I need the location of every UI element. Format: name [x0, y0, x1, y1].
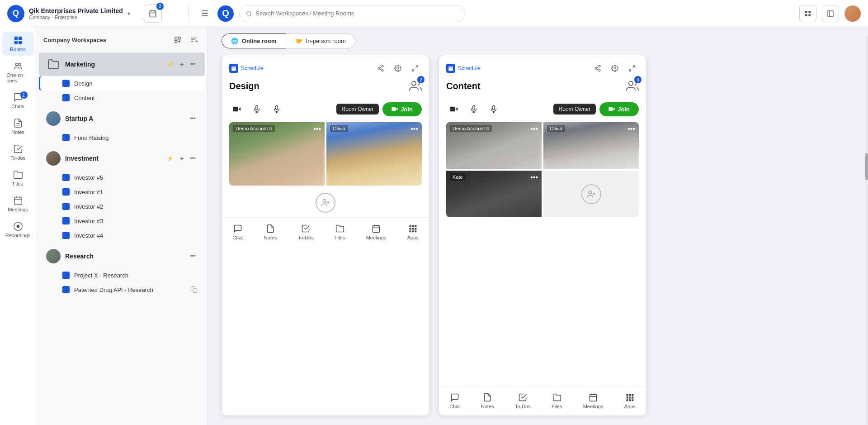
channel-investor5[interactable]: Investor #5: [39, 170, 205, 185]
mic-icon: [253, 105, 261, 113]
design-toolbar-files[interactable]: Files: [329, 222, 350, 242]
content-join-video-icon: [609, 106, 615, 112]
marketing-more-icon[interactable]: •••: [188, 60, 198, 68]
content-mic-button[interactable]: [466, 101, 481, 117]
user-avatar[interactable]: [844, 5, 861, 22]
design-room-header: Schedule: [222, 55, 429, 80]
group-header-startup-a[interactable]: Startup A •••: [39, 107, 205, 130]
design-schedule-button[interactable]: Schedule: [229, 64, 264, 73]
content-toolbar-files[interactable]: Files: [546, 391, 567, 411]
channel-investor2[interactable]: Investor #2: [39, 199, 205, 214]
design-toolbar-chat[interactable]: Chat: [227, 222, 248, 242]
mic-control-button[interactable]: [249, 101, 264, 117]
channel-fund-raising[interactable]: Fund Raising: [39, 130, 205, 145]
channel-design[interactable]: Design: [39, 76, 205, 91]
channel-investor4[interactable]: Investor #4: [39, 228, 205, 243]
content-toolbar-todos[interactable]: To-Dos: [509, 391, 536, 411]
content-settings-icon[interactable]: [608, 62, 622, 75]
marketing-add-icon[interactable]: ⚡: [165, 60, 175, 68]
sidebar-item-meetings[interactable]: Meetings: [2, 192, 34, 216]
design-join-button[interactable]: Join: [382, 102, 422, 116]
investor1-name: Investor #1: [74, 189, 103, 196]
q-logo[interactable]: Q: [217, 5, 234, 22]
channel-project-x[interactable]: Project X - Research: [39, 268, 205, 282]
design-participants-button[interactable]: 2: [409, 80, 422, 92]
expand-icon[interactable]: [408, 62, 422, 75]
design-notes-label: Notes: [264, 235, 277, 240]
settings-icon[interactable]: [391, 62, 405, 75]
content-add-participant-button[interactable]: [581, 184, 601, 204]
marketing-add-button[interactable]: +: [178, 60, 185, 69]
content-schedule-button[interactable]: Schedule: [446, 64, 481, 73]
design-room-toolbar: Chat Notes To-Dos Files: [222, 217, 429, 247]
content-participants-button[interactable]: 3: [626, 80, 639, 92]
channel-investor1[interactable]: Investor #1: [39, 185, 205, 199]
grid-view-button[interactable]: [799, 5, 816, 22]
files-label: Files: [13, 181, 23, 186]
sidebar-item-rooms[interactable]: Rooms: [2, 32, 34, 56]
sidebar-item-files[interactable]: Files: [2, 166, 34, 190]
content-settings-mic-button[interactable]: [486, 101, 501, 117]
kate-more-content[interactable]: •••: [530, 173, 538, 181]
sidebar-item-recordings[interactable]: Recordings: [2, 218, 34, 242]
notes-toolbar-icon: [266, 224, 275, 233]
copy-icon: [190, 286, 198, 293]
patented-drug-name: Patented Drug API - Research: [74, 287, 153, 293]
group-header-research[interactable]: Research •••: [39, 244, 205, 268]
svg-point-5: [247, 11, 251, 15]
content-toolbar-notes[interactable]: Notes: [476, 391, 500, 411]
layout-toggle-button[interactable]: [822, 5, 839, 22]
group-header-marketing[interactable]: Marketing ⚡ + •••: [39, 53, 205, 76]
video-camera-icon: [233, 105, 241, 113]
group-header-investment[interactable]: Investment ⚡ + •••: [39, 147, 205, 170]
share-icon[interactable]: [374, 62, 387, 75]
design-toolbar-apps[interactable]: Apps: [402, 222, 424, 242]
hamburger-icon[interactable]: ☰: [198, 5, 212, 22]
sidebar-item-todos[interactable]: To-dos: [2, 140, 34, 164]
channel-patented-drug[interactable]: Patented Drug API - Research: [39, 282, 205, 297]
sidebar-item-notes[interactable]: Notes: [2, 115, 34, 138]
demo4-more-design[interactable]: •••: [313, 125, 321, 133]
company-chevron-icon[interactable]: ▾: [127, 10, 130, 17]
search-bar[interactable]: [239, 5, 465, 22]
calendar-button[interactable]: 1 0: [144, 5, 162, 23]
group-item-startup-a: Startup A ••• Fund Raising: [36, 107, 208, 145]
svg-rect-74: [449, 67, 453, 71]
add-workspace-button[interactable]: [171, 33, 184, 46]
olivia-more-design[interactable]: •••: [410, 125, 418, 133]
content-toolbar-apps[interactable]: Apps: [619, 391, 641, 411]
workspace-panel: Company Workspaces Marketing: [36, 27, 208, 425]
olivia-more-content[interactable]: •••: [627, 125, 635, 133]
design-toolbar-todos[interactable]: To-Dos: [292, 222, 319, 242]
design-add-participant-button[interactable]: [316, 193, 335, 213]
content-video-button[interactable]: [446, 101, 462, 117]
search-input[interactable]: [255, 10, 458, 17]
channel-investor3[interactable]: Investor #3: [39, 214, 205, 228]
demo4-more-content[interactable]: •••: [530, 125, 538, 133]
company-logo[interactable]: Q: [7, 5, 24, 22]
design-toolbar-notes[interactable]: Notes: [259, 222, 283, 242]
research-more-icon[interactable]: •••: [188, 252, 198, 260]
channel-content[interactable]: Content: [39, 91, 205, 105]
sidebar-item-one-on-ones[interactable]: One-on-ones: [2, 57, 34, 87]
content-toolbar-chat[interactable]: Chat: [444, 391, 465, 411]
content-join-button[interactable]: Join: [599, 102, 639, 116]
investment-more-icon[interactable]: •••: [188, 154, 198, 162]
video-cell-olivia-design: Olivia •••: [326, 122, 422, 186]
content-share-icon[interactable]: [591, 62, 604, 75]
startup-a-more-icon[interactable]: •••: [188, 115, 198, 123]
svg-rect-67: [415, 225, 416, 227]
content-toolbar-meetings[interactable]: Meetings: [578, 391, 609, 411]
design-toolbar-meetings[interactable]: Meetings: [361, 222, 392, 242]
investment-add-button[interactable]: +: [178, 154, 185, 163]
sidebar-item-chats[interactable]: 1 Chats: [2, 89, 34, 113]
tab-in-person-room[interactable]: 🤝 In-person room: [286, 33, 355, 48]
sort-workspace-button[interactable]: [188, 33, 200, 46]
fund-raising-dot: [62, 134, 70, 141]
tab-online-room[interactable]: 🌐 Online room: [222, 33, 286, 48]
investment-add-icon[interactable]: ⚡: [165, 154, 175, 162]
settings-mic-button[interactable]: [269, 101, 284, 117]
svg-rect-11: [828, 11, 833, 16]
video-control-button[interactable]: [229, 101, 245, 117]
content-expand-icon[interactable]: [625, 62, 639, 75]
